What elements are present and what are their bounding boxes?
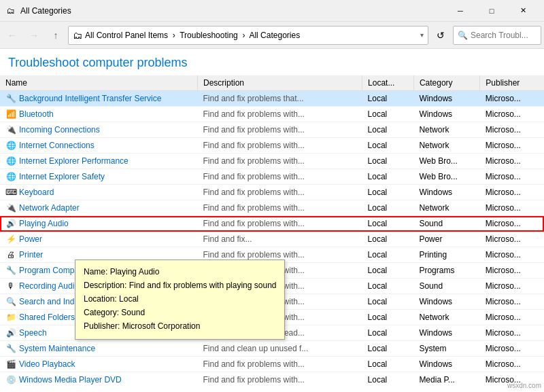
- item-publisher: Microso...: [480, 341, 544, 357]
- item-location: Local: [362, 372, 414, 385]
- item-publisher: Microso...: [480, 138, 544, 154]
- search-input[interactable]: [471, 31, 544, 40]
- item-category: Media P...: [413, 372, 479, 385]
- item-publisher: Microso...: [480, 216, 544, 232]
- item-location: Local: [362, 263, 414, 279]
- close-button[interactable]: ✕: [507, 0, 539, 22]
- item-name: Printer: [19, 250, 43, 260]
- item-description: Find and fix problems with...: [198, 154, 362, 169]
- item-category: Windows: [413, 357, 479, 372]
- tooltip-category: Category: Sound: [84, 306, 276, 319]
- item-publisher: Microso...: [480, 154, 544, 169]
- item-name: Windows Media Player DVD: [19, 375, 122, 385]
- col-header-publisher[interactable]: Publisher: [480, 75, 544, 91]
- item-name: Speech: [19, 328, 47, 338]
- item-category: Web Bro...: [413, 154, 479, 169]
- table-row[interactable]: 🌐Internet ConnectionsFind and fix proble…: [0, 138, 544, 154]
- table-row[interactable]: ⚡PowerFind and fix...LocalPowerMicroso..…: [0, 232, 544, 247]
- col-header-name[interactable]: Name: [0, 75, 198, 91]
- address-icon: 🗂: [73, 30, 82, 41]
- item-description: Find and fix problems with...: [198, 122, 362, 138]
- table-row[interactable]: ⌨KeyboardFind and fix problems with...Lo…: [0, 185, 544, 200]
- col-header-category[interactable]: Category: [413, 75, 479, 91]
- item-location: Local: [362, 294, 414, 310]
- item-publisher: Microso...: [480, 185, 544, 200]
- title-bar-controls: ─ □ ✕: [445, 0, 539, 22]
- table-row[interactable]: 🔌Network AdapterFind and fix problems wi…: [0, 200, 544, 216]
- item-location: Local: [362, 216, 414, 232]
- item-name: Incoming Connections: [19, 125, 100, 135]
- table-row[interactable]: 🌐Internet Explorer PerformanceFind and f…: [0, 154, 544, 169]
- item-description: Find and fix problems that...: [198, 91, 362, 107]
- search-icon: 🔍: [458, 31, 468, 40]
- up-button[interactable]: ↑: [46, 26, 65, 45]
- item-publisher: Microso...: [480, 325, 544, 341]
- item-icon: 🔍: [5, 296, 16, 307]
- item-publisher: Microso...: [480, 122, 544, 138]
- address-path[interactable]: 🗂 All Control Panel Items › Troubleshoot…: [68, 26, 428, 45]
- item-location: Local: [362, 185, 414, 200]
- item-publisher: Microso...: [480, 263, 544, 279]
- search-box[interactable]: 🔍: [453, 26, 541, 45]
- item-publisher: Microso...: [480, 310, 544, 325]
- item-location: Local: [362, 357, 414, 372]
- col-header-description[interactable]: Description: [198, 75, 362, 91]
- item-name: System Maintenance: [19, 344, 95, 353]
- maximize-button[interactable]: □: [476, 0, 507, 22]
- playing-audio-tooltip: Name: Playing Audio Description: Find an…: [75, 260, 285, 340]
- item-category: Windows: [413, 325, 479, 341]
- table-row[interactable]: 🌐Internet Explorer SafetyFind and fix pr…: [0, 169, 544, 185]
- minimize-button[interactable]: ─: [445, 0, 476, 22]
- item-description: Find and fix problems with...: [198, 107, 362, 122]
- item-icon: 🔌: [5, 124, 16, 135]
- table-row[interactable]: 🎬Video PlaybackFind and fix problems wit…: [0, 357, 544, 372]
- col-header-location[interactable]: Locat...: [362, 75, 414, 91]
- item-name: Bluetooth: [19, 109, 54, 119]
- item-icon: 🔧: [5, 343, 16, 354]
- back-button[interactable]: ←: [3, 26, 22, 45]
- table-row[interactable]: 🔧System MaintenanceFind and clean up unu…: [0, 341, 544, 357]
- table-row[interactable]: 🔊Playing AudioFind and fix problems with…: [0, 216, 544, 232]
- table-body: 🔧Background Intelligent Transfer Service…: [0, 91, 544, 385]
- tooltip-description: Description: Find and fix problems with …: [84, 279, 276, 291]
- title-bar-icon: 🗂: [5, 5, 16, 16]
- item-category: Network: [413, 200, 479, 216]
- table-row[interactable]: 💿Windows Media Player DVDFind and fix pr…: [0, 372, 544, 385]
- item-category: Power: [413, 232, 479, 247]
- refresh-button[interactable]: ↺: [431, 26, 450, 45]
- title-bar: 🗂 All Categories ─ □ ✕: [0, 0, 544, 22]
- table-row[interactable]: 🔧Background Intelligent Transfer Service…: [0, 91, 544, 107]
- main-content: Troubleshoot computer problems Name Desc…: [0, 49, 544, 392]
- table-row[interactable]: 📶BluetoothFind and fix problems with...L…: [0, 107, 544, 122]
- item-publisher: Microso...: [480, 91, 544, 107]
- item-icon: ⚡: [5, 234, 16, 245]
- address-bar: ← → ↑ 🗂 All Control Panel Items › Troubl…: [0, 22, 544, 49]
- item-publisher: Microso...: [480, 232, 544, 247]
- item-icon: 💿: [5, 374, 16, 385]
- item-category: Network: [413, 138, 479, 154]
- watermark: wsxdn.com: [507, 382, 541, 389]
- item-location: Local: [362, 232, 414, 247]
- address-chevron: ▾: [420, 31, 424, 39]
- item-icon: 🔊: [5, 218, 16, 229]
- table-row[interactable]: 🔌Incoming ConnectionsFind and fix proble…: [0, 122, 544, 138]
- item-icon: 🌐: [5, 171, 16, 182]
- item-name: Power: [19, 234, 42, 244]
- item-name: Keyboard: [19, 188, 54, 197]
- item-location: Local: [362, 279, 414, 294]
- forward-button[interactable]: →: [24, 26, 44, 45]
- item-location: Local: [362, 107, 414, 122]
- item-name: Video Playback: [19, 359, 75, 369]
- item-category: Windows: [413, 107, 479, 122]
- item-description: Find and fix problems with...: [198, 357, 362, 372]
- item-name: Recording Audio: [19, 281, 79, 291]
- tooltip-publisher: Publisher: Microsoft Corporation: [84, 320, 276, 332]
- item-icon: 🔌: [5, 202, 16, 213]
- title-bar-title: All Categories: [20, 6, 445, 16]
- item-category: Web Bro...: [413, 169, 479, 185]
- item-name: Internet Explorer Performance: [19, 156, 129, 166]
- item-location: Local: [362, 169, 414, 185]
- item-description: Find and fix...: [198, 232, 362, 247]
- item-category: Printing: [413, 247, 479, 263]
- item-location: Local: [362, 325, 414, 341]
